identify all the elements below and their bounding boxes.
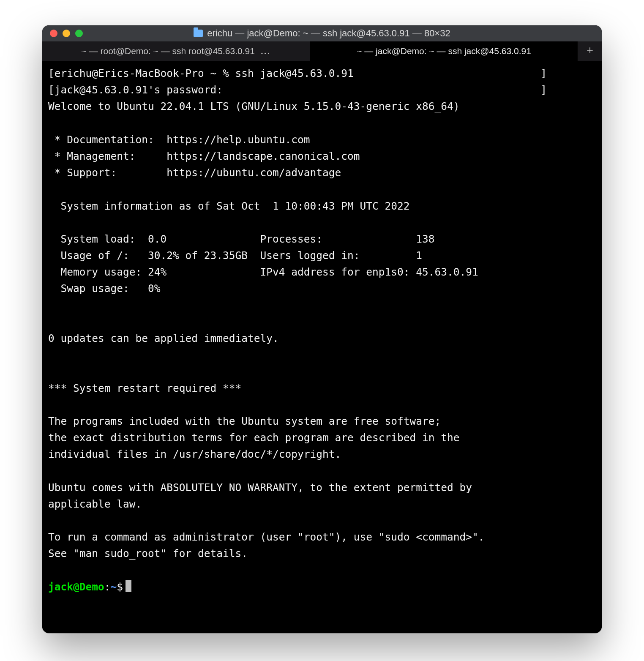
tab-label: ~ — jack@Demo: ~ — ssh jack@45.63.0.91 [357, 46, 531, 56]
term-line: * Management: https://landscape.canonica… [48, 150, 360, 162]
term-line: Ubuntu comes with ABSOLUTELY NO WARRANTY… [48, 481, 472, 494]
window-titlebar: erichu — jack@Demo: ~ — ssh jack@45.63.0… [42, 25, 602, 41]
term-line: individual files in /usr/share/doc/*/cop… [48, 448, 341, 460]
term-line: Swap usage: 0% [48, 282, 161, 295]
term-line: Welcome to Ubuntu 22.04.1 LTS (GNU/Linux… [48, 100, 460, 112]
term-line: * Documentation: https://help.ubuntu.com [48, 134, 310, 146]
window-title: erichu — jack@Demo: ~ — ssh jack@45.63.0… [42, 25, 602, 41]
term-line: 0 updates can be applied immediately. [48, 332, 279, 344]
window-controls [50, 30, 83, 37]
prompt-colon: : [104, 581, 111, 593]
window-title-text: erichu — jack@Demo: ~ — ssh jack@45.63.0… [207, 28, 450, 39]
shell-prompt: jack@Demo:~$ [48, 581, 131, 593]
term-line: * Support: https://ubuntu.com/advantage [48, 167, 341, 179]
window-zoom-button[interactable] [75, 30, 83, 37]
term-line: Memory usage: 24% IPv4 address for enp1s… [48, 266, 478, 278]
prompt-path: ~ [111, 581, 117, 593]
tab-overflow-ellipsis: ... [261, 46, 271, 56]
tab-jack-session[interactable]: ~ — jack@Demo: ~ — ssh jack@45.63.0.91 [310, 41, 578, 61]
term-line: To run a command as administrator (user … [48, 531, 485, 543]
term-line: See "man sudo_root" for details. [48, 547, 248, 560]
term-line: System information as of Sat Oct 1 10:00… [48, 200, 410, 212]
folder-icon [194, 30, 203, 37]
new-tab-button[interactable] [578, 41, 602, 61]
window-close-button[interactable] [50, 30, 57, 37]
term-line: [erichu@Erics-MacBook-Pro ~ % ssh jack@4… [48, 67, 547, 79]
window-minimize-button[interactable] [63, 30, 70, 37]
prompt-dollar: $ [117, 581, 123, 593]
text-cursor [126, 580, 131, 592]
terminal-window: erichu — jack@Demo: ~ — ssh jack@45.63.0… [42, 25, 602, 633]
terminal-viewport[interactable]: [erichu@Erics-MacBook-Pro ~ % ssh jack@4… [42, 61, 602, 633]
prompt-user-host: jack@Demo [48, 581, 104, 593]
tab-label: ~ — root@Demo: ~ — ssh root@45.63.0.91 [82, 46, 255, 56]
term-line: *** System restart required *** [48, 382, 241, 394]
term-line: The programs included with the Ubuntu sy… [48, 415, 441, 427]
tab-bar: ~ — root@Demo: ~ — ssh root@45.63.0.91 .… [42, 41, 602, 61]
plus-icon [586, 46, 594, 57]
term-line: Usage of /: 30.2% of 23.35GB Users logge… [48, 249, 422, 262]
term-line: [jack@45.63.0.91's password: ] [48, 84, 547, 96]
term-line: applicable law. [48, 498, 142, 510]
term-line: the exact distribution terms for each pr… [48, 432, 460, 444]
term-line: System load: 0.0 Processes: 138 [48, 233, 435, 245]
tab-root-session[interactable]: ~ — root@Demo: ~ — ssh root@45.63.0.91 .… [42, 41, 310, 61]
